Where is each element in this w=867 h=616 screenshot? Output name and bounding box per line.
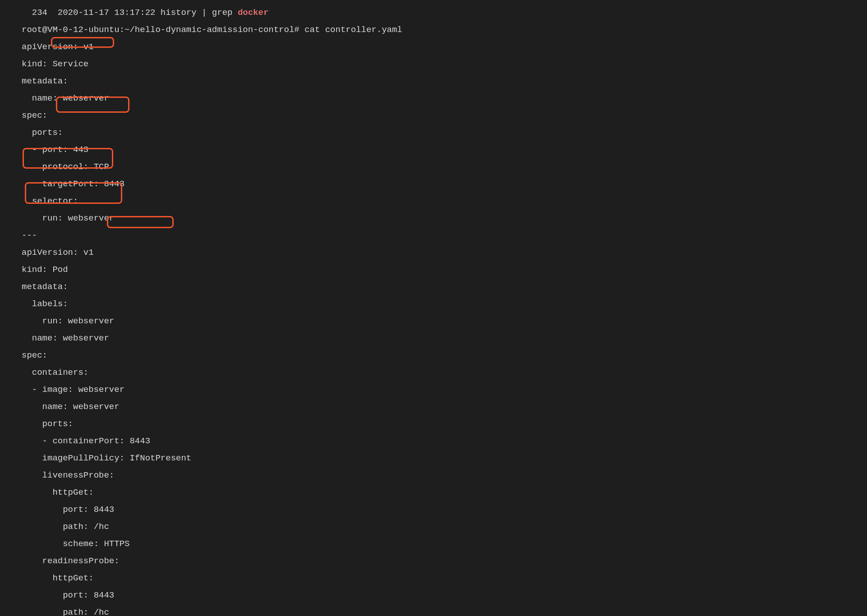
grep-keyword: docker [238, 8, 268, 18]
yaml-container-ports: ports: [22, 420, 845, 428]
yaml-spec-svc: spec: [22, 111, 845, 120]
yaml-kind-pod: kind: Pod [22, 266, 845, 274]
terminal-output[interactable]: 234 2020-11-17 13:17:22 history | grep d… [0, 0, 867, 616]
yaml-apiversion-svc: apiVersion: v1 [22, 43, 845, 51]
yaml-doc-sep: --- [22, 231, 845, 240]
yaml-liveness: livenessProbe: [22, 471, 845, 480]
yaml-liveness-scheme: scheme: HTTPS [22, 540, 845, 548]
yaml-apiversion-pod: apiVersion: v1 [22, 248, 845, 257]
yaml-liveness-httpget: httpGet: [22, 488, 845, 497]
prompt-cat: root@VM-0-12-ubuntu:~/hello-dynamic-admi… [22, 26, 845, 34]
yaml-run-webserver-sel: run: webserver [22, 214, 845, 223]
yaml-selector: selector: [22, 197, 845, 206]
yaml-containers: containers: [22, 368, 845, 377]
yaml-liveness-path: path: /hc [22, 523, 845, 531]
yaml-targetport: targetPort: 8443 [22, 180, 845, 188]
yaml-spec-pod: spec: [22, 351, 845, 360]
yaml-ports: ports: [22, 129, 845, 137]
yaml-readiness: readinessProbe: [22, 557, 845, 565]
yaml-readiness-httpget: httpGet: [22, 574, 845, 583]
yaml-readiness-path: path: /hc [22, 608, 845, 616]
yaml-containerport: - containerPort: 8443 [22, 437, 845, 446]
yaml-readiness-port: port: 8443 [22, 591, 845, 600]
history-line: 234 2020-11-17 13:17:22 history | grep d… [22, 9, 845, 17]
yaml-labels: labels: [22, 300, 845, 308]
yaml-name-webserver: name: webserver [22, 94, 845, 103]
yaml-kind-service: kind: Service [22, 60, 845, 69]
yaml-metadata-pod: metadata: [22, 283, 845, 291]
yaml-protocol-tcp: protocol: TCP [22, 163, 845, 171]
yaml-imagepullpolicy: imagePullPolicy: IfNotPresent [22, 454, 845, 463]
yaml-liveness-port: port: 8443 [22, 506, 845, 514]
yaml-metadata-svc: metadata: [22, 77, 845, 86]
yaml-name-webserver-pod: name: webserver [22, 334, 845, 343]
yaml-container-name: name: webserver [22, 403, 845, 411]
yaml-run-webserver-label: run: webserver [22, 317, 845, 326]
yaml-image-webserver: - image: webserver [22, 386, 845, 394]
yaml-port-443: - port: 443 [22, 146, 845, 154]
